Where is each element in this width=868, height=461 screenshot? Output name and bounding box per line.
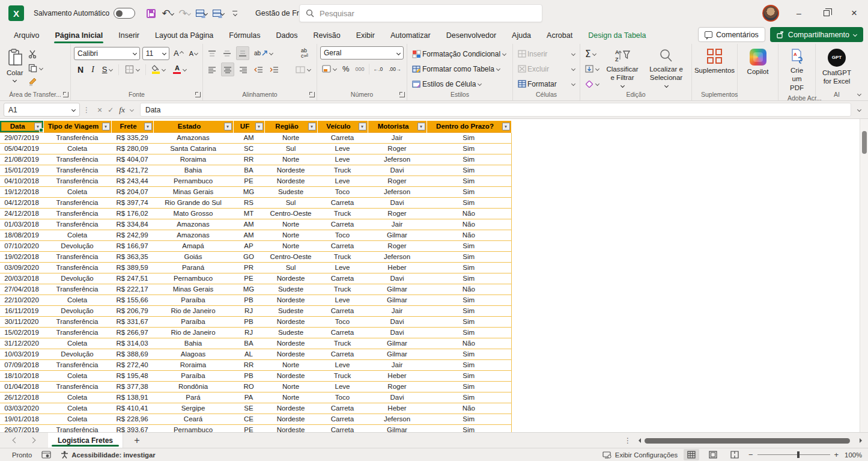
column-header-uf[interactable]: UF▼ [233,121,264,132]
cell[interactable]: R$ 389,59 [111,262,153,273]
orientation-button[interactable]: ab [252,46,275,60]
cell[interactable]: Jeferson [368,251,426,262]
zoom-thumb[interactable] [797,451,800,458]
fill-color-button[interactable] [150,63,167,76]
cell[interactable]: Transferência [43,176,111,186]
cell[interactable]: Paraíba [153,316,233,327]
cell[interactable]: Não [426,338,511,349]
decrease-decimal-button[interactable]: .00→ [387,62,402,76]
zoom-level[interactable]: 100% [845,451,862,459]
cell[interactable]: Sergipe [153,403,233,414]
cell[interactable]: R$ 410,41 [111,403,153,414]
filter-button[interactable]: ▼ [102,123,110,130]
cell[interactable]: AM [233,132,264,143]
cell[interactable]: R$ 228,96 [111,414,153,424]
cell[interactable]: Sim [426,165,511,176]
cell[interactable]: Coleta [43,295,111,305]
save-button[interactable] [144,6,158,20]
cell[interactable]: Coleta [43,230,111,240]
avatar[interactable] [762,5,779,22]
cell[interactable]: SE [233,403,264,414]
cell[interactable]: Rio Grande do Sul [153,197,233,208]
cell[interactable]: Carreta [317,197,368,208]
conditional-formatting-button[interactable]: Formatação Condicional [410,47,508,61]
cell[interactable]: Toco [317,316,368,327]
cell[interactable]: Carreta [317,132,368,143]
filter-button[interactable]: ▼ [308,123,316,130]
cell[interactable]: Jair [368,132,426,143]
cell[interactable]: Norte [264,230,317,240]
tab-arquivo[interactable]: Arquivo [6,26,47,44]
cell[interactable]: R$ 331,67 [111,316,153,327]
cell[interactable]: Rio de Janeiro [153,305,233,316]
qat-overflow-button[interactable] [228,6,242,20]
dialog-launcher-icon[interactable] [63,92,68,97]
wrap-text-button[interactable]: abc⏎ [299,46,310,60]
align-middle-button[interactable] [221,46,233,60]
cancel-button[interactable]: × [97,105,102,115]
cell[interactable]: Sim [426,327,511,338]
cell[interactable]: Transferência [43,359,111,370]
tab-desenvolvedor[interactable]: Desenvolvedor [439,26,504,44]
cell[interactable]: Nordeste [264,403,317,414]
cell[interactable]: Roger [368,143,426,154]
cell[interactable]: Minas Gerais [153,284,233,295]
cell[interactable]: Jeferson [368,186,426,197]
cell[interactable]: PB [233,316,264,327]
merge-center-button[interactable] [294,63,312,76]
format-painter-button[interactable] [26,75,44,89]
cell[interactable]: AL [233,349,264,359]
cell[interactable]: Davi [368,327,426,338]
cell[interactable]: Transferência [43,262,111,273]
cell[interactable]: Sim [426,381,511,392]
cell[interactable]: 07/10/2020 [0,240,43,251]
delete-cells-button[interactable]: Excluir [516,62,577,76]
cell[interactable]: 18/08/2019 [0,230,43,240]
cell[interactable]: R$ 421,72 [111,165,153,176]
increase-indent-button[interactable] [268,63,281,76]
cell[interactable]: R$ 334,84 [111,219,153,230]
cell[interactable]: Leve [317,359,368,370]
cell[interactable]: 21/08/2019 [0,154,43,165]
cell[interactable]: Centro-Oeste [264,251,317,262]
cell[interactable]: Sudeste [264,284,317,295]
cell[interactable]: Rondônia [153,381,233,392]
cell[interactable]: Coleta [43,392,111,403]
undo-button[interactable]: ↶ [160,6,175,20]
cell[interactable]: Gilmar [368,424,426,432]
cell[interactable]: Carreta [317,240,368,251]
view-normal-button[interactable] [684,449,699,460]
cell[interactable]: Toco [317,230,368,240]
cell[interactable]: Nordeste [264,349,317,359]
filter-button[interactable]: ▼ [417,123,425,130]
cell[interactable]: R$ 272,40 [111,359,153,370]
cell[interactable]: Sul [264,197,317,208]
cell[interactable]: Não [426,230,511,240]
cell[interactable]: R$ 166,97 [111,240,153,251]
fill-button[interactable] [583,62,601,76]
cell[interactable]: Nordeste [264,165,317,176]
accounting-format-button[interactable] [320,62,338,76]
cell[interactable]: 26/12/2018 [0,392,43,403]
cell[interactable]: PE [233,424,264,432]
cell[interactable]: SC [233,143,264,154]
formula-input[interactable]: Data [140,103,851,117]
tab-inserir[interactable]: Inserir [111,26,147,44]
tab-ajuda[interactable]: Ajuda [504,26,539,44]
cell[interactable]: Roger [368,208,426,219]
display-settings-button[interactable]: Exibir Configurações [602,451,678,459]
percent-button[interactable]: % [341,62,351,76]
cell[interactable]: Davi [368,165,426,176]
underline-button[interactable]: S [100,63,115,76]
align-bottom-button[interactable] [236,46,249,60]
view-page-break-button[interactable] [727,449,742,460]
cell[interactable]: 10/03/2019 [0,349,43,359]
cell[interactable]: Pernambuco [153,273,233,284]
borders-button[interactable] [123,63,141,76]
cell[interactable]: Sim [426,154,511,165]
cell[interactable]: R$ 397,74 [111,197,153,208]
cell[interactable]: Sudeste [264,186,317,197]
cell[interactable]: 05/04/2019 [0,143,43,154]
redo-button[interactable]: ↷ [177,6,192,20]
cell[interactable]: Roraima [153,154,233,165]
